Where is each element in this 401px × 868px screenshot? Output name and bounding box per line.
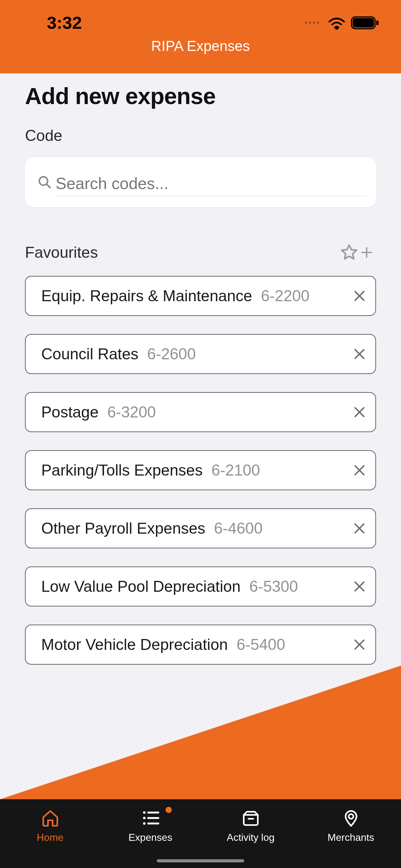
svg-point-23: [143, 823, 145, 825]
favourite-name: Other Payroll Expenses: [41, 519, 205, 537]
favourites-label: Favourites: [25, 243, 98, 261]
favourite-item[interactable]: Motor Vehicle Depreciation6-5400: [25, 625, 376, 664]
search-icon: [37, 175, 52, 189]
favourite-name: Parking/Tolls Expenses: [41, 461, 203, 479]
favourite-code: 6-5300: [249, 578, 298, 595]
favourite-name: Equip. Repairs & Maintenance: [41, 287, 252, 305]
plus-icon[interactable]: [360, 246, 373, 259]
tab-home-label: Home: [37, 832, 63, 843]
svg-point-22: [143, 817, 145, 819]
favourites-list: Equip. Repairs & Maintenance6-2200Counci…: [25, 276, 376, 664]
favourite-code: 6-3200: [107, 403, 156, 421]
svg-rect-2: [376, 20, 379, 25]
header-title: RIPA Expenses: [0, 34, 401, 54]
search-box[interactable]: [25, 157, 376, 207]
home-indicator[interactable]: [157, 859, 244, 862]
svg-point-28: [348, 814, 353, 819]
wifi-icon: [328, 16, 345, 30]
remove-icon[interactable]: [353, 289, 366, 303]
status-indicators: [305, 16, 379, 30]
status-time: 3:32: [47, 12, 82, 33]
search-input[interactable]: [56, 168, 367, 196]
favourite-item[interactable]: Parking/Tolls Expenses6-2100: [25, 450, 376, 490]
tab-expenses-label: Expenses: [128, 832, 172, 843]
favourite-item[interactable]: Equip. Repairs & Maintenance6-2200: [25, 276, 376, 316]
app-header: 3:32 RIPA Expenses: [0, 0, 401, 73]
tab-bar: Home Expenses Activity log Merchants: [0, 799, 401, 868]
favourite-name: Motor Vehicle Depreciation: [41, 636, 228, 654]
remove-icon[interactable]: [353, 464, 366, 477]
favourite-code: 6-2100: [211, 461, 260, 479]
favourite-code: 6-2200: [261, 287, 309, 305]
svg-point-21: [143, 811, 145, 814]
favourite-name: Low Value Pool Depreciation: [41, 578, 240, 595]
tab-expenses[interactable]: Expenses: [100, 809, 201, 843]
favourite-code: 6-4600: [214, 519, 263, 537]
favourite-code: 6-5400: [237, 636, 286, 654]
decorative-wedge: [0, 665, 401, 799]
cellular-dots-icon: [305, 22, 319, 24]
favourite-item[interactable]: Low Value Pool Depreciation6-5300: [25, 566, 376, 607]
notification-dot-icon: [166, 807, 172, 813]
remove-icon[interactable]: [353, 638, 366, 651]
remove-icon[interactable]: [353, 347, 366, 361]
tab-activity[interactable]: Activity log: [201, 809, 301, 843]
remove-icon[interactable]: [353, 522, 366, 535]
battery-icon: [351, 16, 379, 30]
tab-activity-label: Activity log: [227, 832, 274, 843]
remove-icon[interactable]: [353, 580, 366, 593]
status-bar: 3:32: [0, 0, 401, 34]
page-title: Add new expense: [25, 83, 376, 110]
favourite-item[interactable]: Other Payroll Expenses6-4600: [25, 508, 376, 548]
content-area: Add new expense Code Favourites Equip. R…: [0, 73, 401, 664]
favourite-item[interactable]: Council Rates6-2600: [25, 334, 376, 374]
tab-home[interactable]: Home: [0, 809, 100, 843]
favourite-name: Postage: [41, 403, 98, 421]
favourites-actions: [340, 243, 373, 262]
svg-line-4: [47, 184, 50, 188]
tab-merchants-label: Merchants: [328, 832, 374, 843]
code-label: Code: [25, 127, 376, 145]
favourites-header: Favourites: [25, 243, 376, 262]
star-icon[interactable]: [340, 243, 359, 262]
favourite-code: 6-2600: [147, 345, 196, 363]
svg-rect-1: [353, 18, 374, 28]
favourite-item[interactable]: Postage6-3200: [25, 392, 376, 432]
favourite-name: Council Rates: [41, 345, 138, 363]
tab-merchants[interactable]: Merchants: [301, 809, 401, 843]
remove-icon[interactable]: [353, 406, 366, 419]
